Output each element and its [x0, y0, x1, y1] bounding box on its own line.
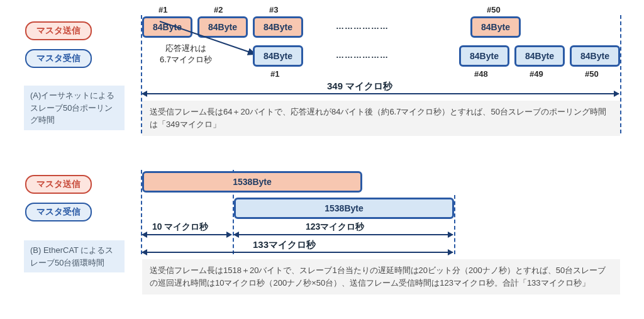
send-frame: 84Byte: [142, 16, 192, 38]
section-b-note: 送受信フレーム長は1518＋20バイトで、スレーブ1台当たりの遅延時間は20ビッ…: [142, 259, 620, 294]
master-recv-label-b: マスタ受信: [25, 203, 92, 221]
delay-note: 応答遅れは 6.7マイクロ秒: [160, 43, 212, 65]
tick: #50: [487, 5, 501, 14]
tick: #1: [158, 5, 167, 14]
offset-arrow-b: [142, 234, 231, 235]
tick: #49: [530, 69, 543, 79]
ellipsis: ………………: [336, 50, 389, 60]
ellipsis: ………………: [336, 21, 389, 31]
tick: #2: [214, 5, 223, 14]
master-recv-label-a: マスタ受信: [25, 49, 92, 68]
recv-arrow-b: [234, 234, 453, 235]
master-send-label-a: マスタ送信: [25, 21, 92, 40]
send-frame-b: 1538Byte: [142, 171, 362, 193]
total-time-label-a: 349 マイクロ秒: [327, 81, 392, 92]
tick: #50: [585, 69, 599, 79]
section-b-caption: (B) EtherCAT によるスレーブ50台循環時間: [24, 240, 125, 272]
total-time-arrow-a: [142, 93, 619, 94]
send-frame: 84Byte: [253, 16, 303, 38]
recv-frame: 84Byte: [514, 45, 565, 67]
guide-a-end: [620, 15, 621, 133]
recv-label-b: 123マイクロ秒: [306, 221, 364, 233]
send-frame: 84Byte: [470, 16, 521, 38]
section-a-note: 送受信フレーム長は64＋20バイトで、応答遅れが84バイト後（約6.7マイクロ秒…: [142, 101, 620, 136]
total-arrow-b: [142, 252, 453, 253]
tick: #3: [269, 5, 278, 14]
send-frame: 84Byte: [197, 16, 248, 38]
master-send-label-b: マスタ送信: [25, 175, 92, 194]
recv-frame: 84Byte: [570, 45, 620, 67]
section-a-caption: (A)イーサネットによるスレーブ50台ポーリング時間: [24, 86, 125, 130]
recv-frame-b: 1538Byte: [234, 198, 454, 219]
tick: #1: [270, 69, 279, 79]
recv-frame: 84Byte: [459, 45, 509, 67]
offset-label-b: 10 マイクロ秒: [152, 221, 208, 233]
guide-b-end: [454, 195, 455, 254]
tick: #48: [474, 69, 488, 79]
total-label-b: 133マイクロ秒: [253, 239, 316, 251]
recv-frame: 84Byte: [253, 45, 303, 67]
